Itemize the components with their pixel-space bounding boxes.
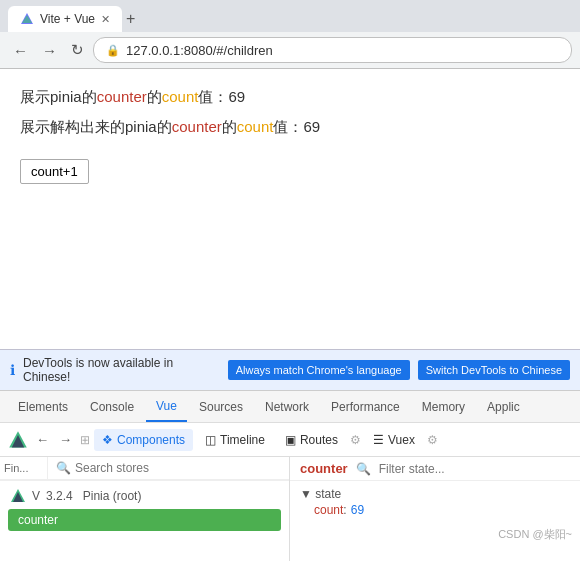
tab-console[interactable]: Console (80, 391, 144, 422)
line2-counter: counter (172, 118, 222, 135)
lock-icon: 🔒 (106, 44, 120, 57)
reload-button[interactable]: ↻ (66, 39, 89, 61)
sep1: ⊞ (80, 433, 90, 447)
page-content: 展示pinia的counter的count值：69 展示解构出来的pinia的c… (0, 69, 580, 349)
store-list: V 3.2.4 Pinia (root) counter (0, 481, 289, 537)
tab-elements[interactable]: Elements (8, 391, 78, 422)
active-tab[interactable]: Vite + Vue ✕ (8, 6, 122, 32)
line1-count: count (162, 88, 199, 105)
devtools-right-panel: counter 🔍 ▼ state count:69 CSDN @柴阳~ (290, 457, 580, 561)
devtools-notification: ℹ DevTools is now available in Chinese! … (0, 349, 580, 390)
tab-favicon (20, 12, 34, 26)
tab-network[interactable]: Network (255, 391, 319, 422)
address-bar[interactable]: 🔒 127.0.0.1:8080/#/children (93, 37, 572, 63)
counter-store-item[interactable]: counter (8, 509, 281, 531)
devtools-body: Fin... 🔍 V 3.2.4 Pinia (root) (0, 457, 580, 561)
line2-suffix: 值： (273, 118, 303, 135)
line1-counter: counter (97, 88, 147, 105)
count-property: count:69 (300, 501, 570, 519)
line2-count: count (237, 118, 274, 135)
vue-tab-components[interactable]: ❖ Components (94, 429, 193, 451)
vue-logo (8, 430, 28, 450)
tab-sources[interactable]: Sources (189, 391, 253, 422)
timeline-icon: ◫ (205, 433, 216, 447)
count-plus-button[interactable]: count+1 (20, 159, 89, 184)
vuex-icon: ☰ (373, 433, 384, 447)
url-text: 127.0.0.1:8080/#/children (126, 43, 273, 58)
routes-icon: ▣ (285, 433, 296, 447)
vue-tab-timeline[interactable]: ◫ Timeline (197, 429, 273, 451)
right-header: counter 🔍 (290, 457, 580, 481)
switch-devtools-button[interactable]: Switch DevTools to Chinese (418, 360, 570, 380)
store-version-label: V (32, 489, 40, 503)
pinia-icon (10, 488, 26, 504)
line2-prefix: 展示解构出来的pinia的 (20, 118, 172, 135)
count-colon: : (343, 503, 346, 517)
vue-tab-vuex[interactable]: ☰ Vuex (365, 429, 423, 451)
svg-marker-1 (22, 15, 32, 23)
new-tab-button[interactable]: + (126, 10, 135, 28)
line2-mid: 的 (222, 118, 237, 135)
back-nav-button[interactable]: ← (32, 430, 53, 449)
sep2: ⚙ (427, 433, 438, 447)
routes-label: Routes (300, 433, 338, 447)
pinia-root-label: Pinia (root) (83, 489, 142, 503)
search-icon: 🔍 (56, 461, 71, 475)
line2-value: 69 (303, 118, 320, 135)
devtools-panel: Elements Console Vue Sources Network Per… (0, 390, 580, 561)
vuex-label: Vuex (388, 433, 415, 447)
count-value: 69 (351, 503, 364, 517)
search-bar: 🔍 (48, 457, 289, 480)
vue-devtools-nav: ← → (32, 430, 76, 449)
notif-text: DevTools is now available in Chinese! (23, 356, 220, 384)
forward-nav-button[interactable]: → (55, 430, 76, 449)
nav-bar: ← → ↻ 🔒 127.0.0.1:8080/#/children (0, 32, 580, 68)
tab-label: Vite + Vue (40, 12, 95, 26)
filter-icon: 🔍 (356, 462, 371, 476)
line1: 展示pinia的counter的count值：69 (20, 85, 560, 109)
state-label: ▼ state (300, 487, 341, 501)
store-version-number: 3.2.4 (46, 489, 73, 503)
devtools-left-panel: Fin... 🔍 V 3.2.4 Pinia (root) (0, 457, 290, 561)
browser-chrome: Vite + Vue ✕ + ← → ↻ 🔒 127.0.0.1:8080/#/… (0, 0, 580, 69)
match-language-button[interactable]: Always match Chrome's language (228, 360, 410, 380)
counter-store-label: counter (18, 513, 58, 527)
devtools-tabs: Elements Console Vue Sources Network Per… (0, 391, 580, 423)
timeline-label: Timeline (220, 433, 265, 447)
find-bar: Fin... (0, 457, 48, 480)
line1-prefix: 展示pinia的 (20, 88, 97, 105)
store-version-item[interactable]: V 3.2.4 Pinia (root) (0, 485, 289, 507)
vite-icon (20, 12, 34, 26)
tab-vue[interactable]: Vue (146, 391, 187, 422)
line1-suffix: 值： (198, 88, 228, 105)
watermark-text: CSDN @柴阳~ (498, 528, 572, 540)
state-section: ▼ state (300, 487, 570, 501)
line1-mid: 的 (147, 88, 162, 105)
line1-value: 69 (228, 88, 245, 105)
tab-bar: Vite + Vue ✕ + (0, 0, 580, 32)
info-icon: ℹ (10, 362, 15, 378)
vue-tab-routes[interactable]: ▣ Routes (277, 429, 346, 451)
tab-performance[interactable]: Performance (321, 391, 410, 422)
vue-devtools-bar: ← → ⊞ ❖ Components ◫ Timeline ▣ Routes ⚙… (0, 423, 580, 457)
settings-icon: ⚙ (350, 433, 361, 447)
forward-button[interactable]: → (37, 40, 62, 61)
components-label: Components (117, 433, 185, 447)
back-button[interactable]: ← (8, 40, 33, 61)
line2: 展示解构出来的pinia的counter的count值：69 (20, 115, 560, 139)
tab-close-button[interactable]: ✕ (101, 13, 110, 26)
count-key: count (314, 503, 343, 517)
tab-applic[interactable]: Applic (477, 391, 530, 422)
filter-state-input[interactable] (379, 462, 529, 476)
find-label: Fin... (4, 462, 28, 474)
tab-memory[interactable]: Memory (412, 391, 475, 422)
state-tree: ▼ state count:69 (290, 481, 580, 525)
right-store-name: counter (300, 461, 348, 476)
search-stores-input[interactable] (75, 461, 281, 475)
watermark: CSDN @柴阳~ (290, 525, 580, 544)
components-icon: ❖ (102, 433, 113, 447)
